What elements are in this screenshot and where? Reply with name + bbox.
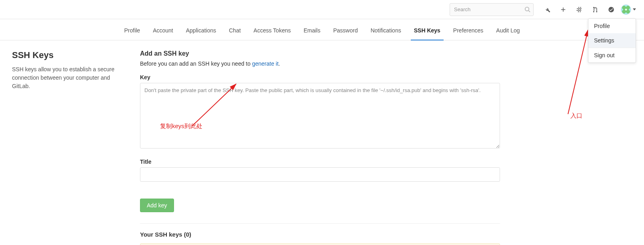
svg-point-2 [608, 7, 614, 12]
helper-suffix: . [278, 60, 280, 67]
tab-ssh-keys[interactable]: SSH Keys [413, 22, 441, 40]
title-input[interactable] [140, 167, 500, 182]
settings-tabs: Profile Account Applications Chat Access… [0, 19, 644, 40]
side-title: SSH Keys [12, 50, 124, 60]
top-bar [0, 0, 644, 19]
tab-applications[interactable]: Applications [185, 22, 217, 40]
tab-audit-log[interactable]: Audit Log [495, 22, 520, 40]
key-textarea[interactable] [140, 83, 500, 149]
todos-icon[interactable] [605, 3, 618, 16]
no-keys-message: There are no SSH keys with access to you… [140, 243, 500, 245]
generate-link[interactable]: generate it [252, 60, 278, 67]
tab-access-tokens[interactable]: Access Tokens [253, 22, 292, 40]
dropdown-item-profile[interactable]: Profile [588, 19, 636, 33]
tab-emails[interactable]: Emails [303, 22, 321, 40]
tab-profile[interactable]: Profile [123, 22, 141, 40]
svg-point-0 [525, 7, 529, 10]
dropdown-item-settings[interactable]: Settings [588, 33, 636, 48]
merge-request-icon[interactable] [589, 3, 602, 16]
side-panel: SSH Keys SSH keys allow you to establish… [12, 50, 128, 245]
hash-icon[interactable] [573, 3, 586, 16]
divider [140, 223, 500, 224]
search-input[interactable] [450, 3, 534, 16]
search-wrap [450, 3, 534, 16]
tab-password[interactable]: Password [332, 22, 358, 40]
caret-down-icon [633, 8, 636, 10]
svg-line-1 [528, 10, 530, 12]
svg-line-4 [568, 30, 588, 114]
side-description: SSH keys allow you to establish a secure… [12, 65, 124, 90]
user-menu-toggle[interactable] [621, 4, 636, 15]
tab-chat[interactable]: Chat [228, 22, 242, 40]
tab-notifications[interactable]: Notifications [370, 22, 402, 40]
annotation-text-entry: 入口 [570, 112, 582, 120]
tab-account[interactable]: Account [152, 22, 174, 40]
plus-icon[interactable] [557, 3, 570, 16]
user-dropdown: Profile Settings Sign out [588, 18, 636, 63]
main-panel: Add an SSH key Before you can add an SSH… [140, 50, 500, 245]
form-heading: Add an SSH key [140, 50, 500, 57]
avatar [621, 4, 631, 15]
helper-text: Before you can add an SSH key you need t… [140, 60, 500, 67]
key-label: Key [140, 74, 500, 80]
title-label: Title [140, 159, 500, 165]
helper-prefix: Before you can add an SSH key you need t… [140, 60, 252, 67]
tab-preferences[interactable]: Preferences [452, 22, 484, 40]
dropdown-item-signout[interactable]: Sign out [588, 48, 636, 62]
wrench-icon[interactable] [541, 3, 554, 16]
your-keys-title: Your SSH keys (0) [140, 231, 500, 238]
search-icon [524, 6, 530, 14]
add-key-button[interactable]: Add key [140, 199, 174, 212]
content: SSH Keys SSH keys allow you to establish… [0, 40, 512, 245]
